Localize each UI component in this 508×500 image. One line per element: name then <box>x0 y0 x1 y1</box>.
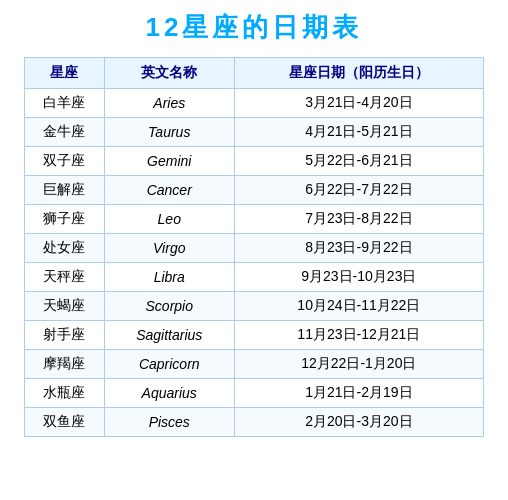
table-row: 金牛座Taurus4月21日-5月21日 <box>25 118 484 147</box>
cell-date: 8月23日-9月22日 <box>234 234 483 263</box>
table-row: 摩羯座Capricorn12月22日-1月20日 <box>25 350 484 379</box>
cell-en: Cancer <box>104 176 234 205</box>
table-header-row: 星座 英文名称 星座日期（阳历生日） <box>25 58 484 89</box>
cell-en: Libra <box>104 263 234 292</box>
cell-zh: 双鱼座 <box>25 408 105 437</box>
cell-zh: 处女座 <box>25 234 105 263</box>
table-row: 天秤座Libra9月23日-10月23日 <box>25 263 484 292</box>
header-date: 星座日期（阳历生日） <box>234 58 483 89</box>
cell-date: 2月20日-3月20日 <box>234 408 483 437</box>
cell-en: Gemini <box>104 147 234 176</box>
cell-en: Aries <box>104 89 234 118</box>
cell-en: Leo <box>104 205 234 234</box>
cell-zh: 双子座 <box>25 147 105 176</box>
cell-zh: 巨解座 <box>25 176 105 205</box>
cell-zh: 天蝎座 <box>25 292 105 321</box>
cell-date: 6月22日-7月22日 <box>234 176 483 205</box>
table-row: 狮子座Leo7月23日-8月22日 <box>25 205 484 234</box>
cell-date: 7月23日-8月22日 <box>234 205 483 234</box>
cell-date: 3月21日-4月20日 <box>234 89 483 118</box>
cell-date: 1月21日-2月19日 <box>234 379 483 408</box>
table-row: 水瓶座Aquarius1月21日-2月19日 <box>25 379 484 408</box>
cell-en: Capricorn <box>104 350 234 379</box>
table-body: 白羊座Aries3月21日-4月20日金牛座Taurus4月21日-5月21日双… <box>25 89 484 437</box>
cell-zh: 金牛座 <box>25 118 105 147</box>
cell-en: Taurus <box>104 118 234 147</box>
cell-date: 5月22日-6月21日 <box>234 147 483 176</box>
cell-en: Aquarius <box>104 379 234 408</box>
cell-date: 4月21日-5月21日 <box>234 118 483 147</box>
cell-zh: 射手座 <box>25 321 105 350</box>
cell-en: Scorpio <box>104 292 234 321</box>
page-title: 12星座的日期表 <box>146 10 363 45</box>
header-en: 英文名称 <box>104 58 234 89</box>
header-zh: 星座 <box>25 58 105 89</box>
cell-zh: 水瓶座 <box>25 379 105 408</box>
table-row: 双子座Gemini5月22日-6月21日 <box>25 147 484 176</box>
cell-zh: 摩羯座 <box>25 350 105 379</box>
cell-en: Sagittarius <box>104 321 234 350</box>
zodiac-table: 星座 英文名称 星座日期（阳历生日） 白羊座Aries3月21日-4月20日金牛… <box>24 57 484 437</box>
cell-zh: 白羊座 <box>25 89 105 118</box>
cell-date: 10月24日-11月22日 <box>234 292 483 321</box>
table-row: 天蝎座Scorpio10月24日-11月22日 <box>25 292 484 321</box>
cell-date: 9月23日-10月23日 <box>234 263 483 292</box>
table-row: 处女座Virgo8月23日-9月22日 <box>25 234 484 263</box>
cell-en: Pisces <box>104 408 234 437</box>
cell-date: 11月23日-12月21日 <box>234 321 483 350</box>
table-row: 射手座Sagittarius11月23日-12月21日 <box>25 321 484 350</box>
cell-date: 12月22日-1月20日 <box>234 350 483 379</box>
table-row: 双鱼座Pisces2月20日-3月20日 <box>25 408 484 437</box>
cell-zh: 天秤座 <box>25 263 105 292</box>
cell-zh: 狮子座 <box>25 205 105 234</box>
table-row: 白羊座Aries3月21日-4月20日 <box>25 89 484 118</box>
cell-en: Virgo <box>104 234 234 263</box>
table-row: 巨解座Cancer6月22日-7月22日 <box>25 176 484 205</box>
